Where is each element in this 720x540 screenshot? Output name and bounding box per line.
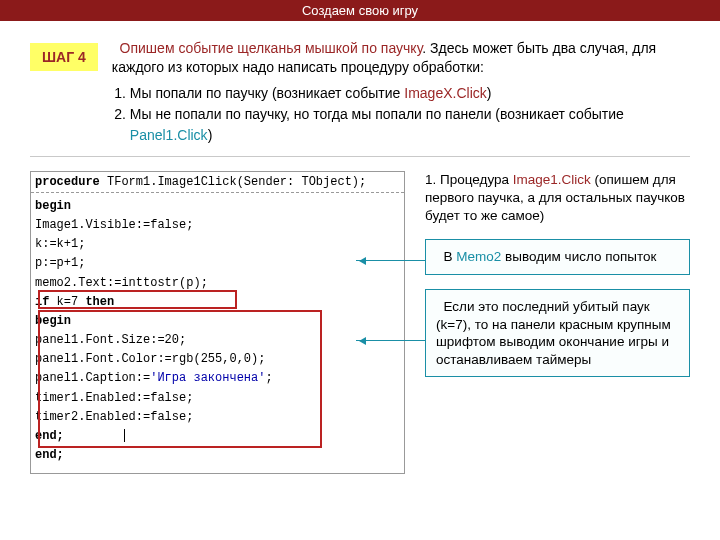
- code-head: procedure TForm1.Image1Click(Sender: TOb…: [31, 172, 404, 193]
- case-list: Мы попали по паучку (возникает событие I…: [112, 83, 690, 146]
- page-header: Создаем свою игру: [0, 0, 720, 21]
- code-body: begin Image1.Visible:=false; k:=k+1; p:=…: [31, 193, 404, 474]
- callout-box: Если это последний убитый паук (k=7), то…: [425, 289, 690, 377]
- intro-container: Опишем событие щелканья мышкой по паучку…: [112, 39, 690, 146]
- intro-block: ШАГ 4 Опишем событие щелканья мышкой по …: [0, 21, 720, 146]
- list-item: Мы не попали по паучку, но тогда мы попа…: [130, 104, 690, 146]
- code-box: procedure TForm1.Image1Click(Sender: TOb…: [30, 171, 405, 475]
- lower-block: procedure TForm1.Image1Click(Sender: TOb…: [0, 171, 720, 475]
- intro-text: Опишем событие щелканья мышкой по паучку…: [112, 39, 690, 77]
- procedure-name: Image1.Click: [513, 172, 591, 187]
- list-item: Мы попали по паучку (возникает событие I…: [130, 83, 690, 104]
- intro-lead: Опишем событие щелканья мышкой по паучку: [120, 40, 423, 56]
- divider: [30, 156, 690, 157]
- header-title: Создаем свою игру: [302, 3, 418, 18]
- step-badge: ШАГ 4: [30, 43, 98, 71]
- event-name: Panel1.Click: [130, 127, 208, 143]
- event-name: ImageX.Click: [404, 85, 486, 101]
- procedure-description: 1. Процедура Image1.Click (опишем для пе…: [425, 171, 690, 226]
- callout-box: В Memo2 выводим число попыток: [425, 239, 690, 275]
- text-cursor: [124, 429, 125, 442]
- right-column: 1. Процедура Image1.Click (опишем для пе…: [425, 171, 690, 475]
